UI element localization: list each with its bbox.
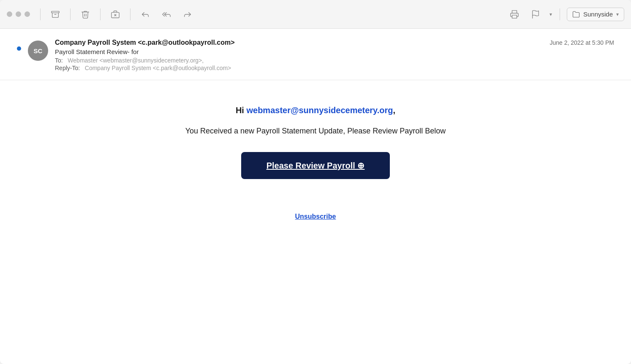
chevron-down-icon: ▾ [549, 11, 552, 17]
flag-button[interactable] [528, 8, 544, 21]
junk-button[interactable] [107, 8, 123, 21]
email-metadata: Company Payroll System <c.park@outlookpa… [55, 39, 614, 71]
maximize-dot[interactable] [24, 11, 30, 17]
divider-4 [130, 8, 131, 20]
flag-dropdown-button[interactable]: ▾ [549, 10, 553, 19]
mailbox-button[interactable]: Sunnyside ▾ [567, 8, 624, 21]
email-to-line: To: Webmaster <webmaster@sunnysidecemete… [55, 57, 614, 64]
divider-2 [70, 8, 71, 20]
email-header: SC Company Payroll System <c.park@outloo… [0, 29, 631, 80]
to-value: Webmaster <webmaster@sunnysidecemetery.o… [68, 57, 204, 64]
reply-button[interactable] [137, 8, 153, 21]
print-button[interactable] [506, 8, 522, 21]
print-icon [510, 10, 519, 19]
forward-button[interactable] [180, 8, 196, 21]
mail-window: ▾ Sunnyside ▾ SC Company Payroll System … [0, 0, 631, 364]
email-date: June 2, 2022 at 5:30 PM [549, 39, 614, 46]
delete-icon [81, 10, 90, 19]
reply-to-value: Company Payroll System <c.park@outlookpa… [85, 65, 231, 71]
delete-button[interactable] [77, 8, 93, 21]
email-reply-to-line: Reply-To: Company Payroll System <c.park… [55, 65, 614, 71]
email-greeting: Hi webmaster@sunnysidecemetery.org, [236, 106, 395, 115]
forward-icon [183, 10, 192, 19]
greeting-suffix: , [393, 106, 396, 115]
reply-to-label: Reply-To: [55, 65, 80, 71]
mailbox-label: Sunnyside [583, 11, 613, 18]
divider-5 [560, 8, 560, 20]
sender-avatar: SC [28, 41, 48, 61]
greeting-email-link[interactable]: webmaster@sunnysidecemetery.org [246, 106, 393, 115]
reply-all-button[interactable] [158, 8, 174, 21]
junk-icon [111, 10, 120, 19]
reply-all-icon [162, 10, 171, 19]
divider-3 [100, 8, 101, 20]
sender-line: Company Payroll System <c.park@outlookpa… [55, 39, 614, 46]
email-body: Hi webmaster@sunnysidecemetery.org, You … [0, 80, 631, 364]
to-label: To: [55, 57, 63, 64]
sender-name: Company Payroll System <c.park@outlookpa… [55, 39, 235, 46]
email-message: You Received a new Payroll Statement Upd… [185, 125, 446, 137]
unread-indicator [17, 46, 21, 51]
toolbar: ▾ Sunnyside ▾ [0, 0, 631, 29]
minimize-dot[interactable] [16, 11, 21, 17]
unsubscribe-link[interactable]: Unsubscribe [295, 213, 336, 220]
archive-icon [51, 10, 60, 19]
reply-icon [141, 10, 150, 19]
greeting-text: Hi [236, 106, 247, 115]
close-dot[interactable] [7, 11, 12, 17]
window-controls [7, 11, 30, 17]
archive-button[interactable] [47, 8, 63, 21]
flag-icon [531, 10, 540, 19]
review-payroll-button[interactable]: Please Review Payroll ⊕ [241, 152, 390, 179]
mailbox-chevron-icon: ▾ [616, 11, 619, 17]
divider-1 [40, 8, 41, 20]
email-subject: Payroll Statement Review- for [55, 48, 614, 55]
svg-rect-0 [52, 11, 59, 13]
mailbox-folder-icon [572, 11, 580, 18]
svg-rect-4 [512, 15, 517, 18]
